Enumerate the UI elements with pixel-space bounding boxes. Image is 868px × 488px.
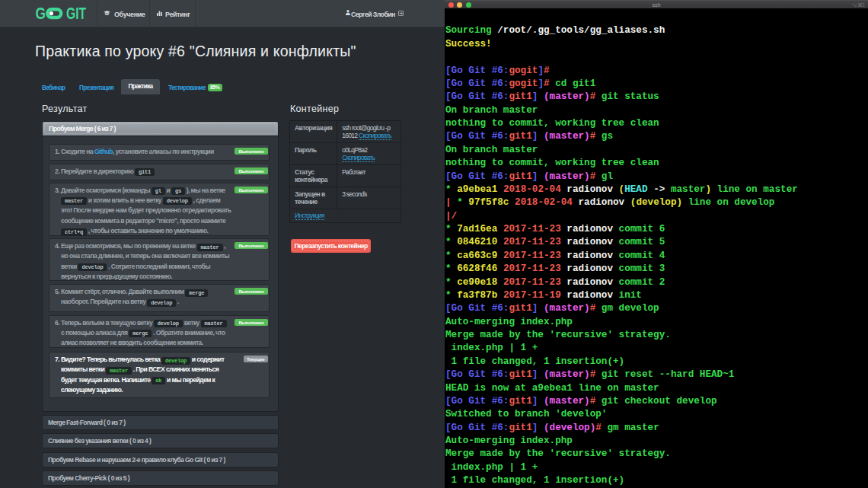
svg-text:GIT: GIT (66, 8, 86, 20)
svg-text:G: G (36, 8, 46, 20)
